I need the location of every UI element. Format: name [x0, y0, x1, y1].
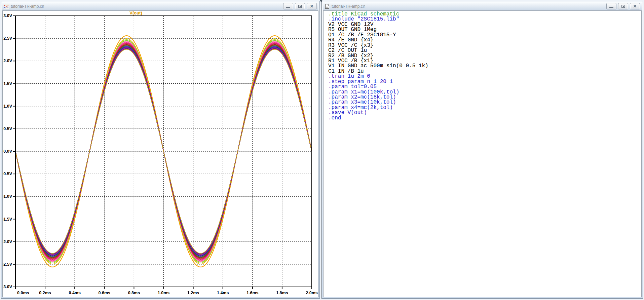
svg-text:-1.5V: -1.5V	[3, 217, 12, 222]
svg-text:2.0V: 2.0V	[3, 59, 12, 63]
svg-text:0.5V: 0.5V	[3, 126, 12, 131]
svg-text:0.6ms: 0.6ms	[99, 291, 110, 295]
netlist-line: .end	[328, 116, 641, 121]
svg-text:1.8ms: 1.8ms	[276, 291, 288, 295]
netlist-line: R3 VCC /C {x3}	[328, 43, 641, 48]
minimize-button[interactable]	[606, 3, 616, 9]
netlist-line: C2 /C OUT 1u	[328, 48, 641, 53]
svg-text:0.8ms: 0.8ms	[128, 291, 140, 295]
svg-text:-1.0V: -1.0V	[3, 194, 12, 199]
netlist-line: R2 /B GND {x2}	[328, 53, 641, 59]
svg-text:1.6ms: 1.6ms	[247, 291, 258, 295]
netlist-line: C1 IN /B 1u	[328, 69, 641, 74]
close-button[interactable]: ✕	[307, 3, 317, 9]
netlist-line: V1 IN GND ac 500m sin(0 0.5 1k)	[328, 64, 641, 69]
svg-text:1.0V: 1.0V	[3, 104, 12, 109]
svg-text:0.2ms: 0.2ms	[39, 291, 51, 295]
netlist-window-controls: ✕	[606, 3, 640, 9]
close-icon: ✕	[310, 4, 314, 8]
svg-text:2.5V: 2.5V	[3, 36, 12, 41]
svg-text:1.5V: 1.5V	[3, 81, 12, 86]
svg-text:3.0V: 3.0V	[3, 13, 12, 18]
restore-icon	[298, 5, 302, 8]
netlist-line: .save V(out)	[328, 110, 641, 115]
waveform-window: tutorial-TR-amp.cir ✕ 3.0V2.5V2.0V1.5V1.…	[1, 1, 320, 299]
netlist-titlebar[interactable]: tutorial-TR-amp.cir ✕	[323, 2, 642, 10]
restore-button[interactable]	[618, 3, 628, 9]
netlist-line: .param x4=mc(2k,tol)	[328, 105, 641, 110]
netlist-line: .include "2SC1815.lib"	[328, 17, 641, 22]
minimize-button[interactable]	[283, 3, 293, 9]
waveform-icon	[4, 4, 9, 9]
svg-text:1.0ms: 1.0ms	[158, 291, 169, 295]
trace-label-vout[interactable]: V(out)	[129, 11, 142, 15]
restore-icon	[621, 5, 625, 8]
svg-text:-2.0V: -2.0V	[3, 239, 12, 244]
waveform-chart: 3.0V2.5V2.0V1.5V1.0V0.5V0.0V-0.5V-1.0V-1…	[3, 11, 318, 297]
waveform-titlebar[interactable]: tutorial-TR-amp.cir ✕	[2, 2, 318, 10]
svg-text:0.0ms: 0.0ms	[17, 291, 29, 295]
mdi-workspace: { "left_window": { "title": "tutorial-TR…	[0, 0, 644, 300]
svg-text:-3.0V: -3.0V	[3, 285, 12, 289]
netlist-window: tutorial-TR-amp.cir ✕ .title KiCad schem…	[321, 1, 643, 299]
netlist-window-title: tutorial-TR-amp.cir	[332, 4, 365, 9]
svg-text:2.0ms: 2.0ms	[306, 291, 317, 295]
waveform-window-title: tutorial-TR-amp.cir	[11, 4, 44, 9]
netlist-line: R4 /E GND {x4}	[328, 38, 641, 43]
minimize-icon	[286, 7, 290, 8]
close-button[interactable]: ✕	[630, 3, 640, 9]
restore-button[interactable]	[295, 3, 305, 9]
svg-text:-2.5V: -2.5V	[3, 262, 12, 267]
netlist-line: Q1 /C /B /E 2SC1815-Y	[328, 33, 641, 38]
waveform-plot-area[interactable]: 3.0V2.5V2.0V1.5V1.0V0.5V0.0V-0.5V-1.0V-1…	[2, 10, 318, 297]
netlist-editor[interactable]: .title KiCad schematic.include "2SC1815.…	[323, 10, 642, 297]
svg-text:0.4ms: 0.4ms	[69, 291, 80, 295]
document-icon	[325, 4, 330, 9]
netlist-text: .title KiCad schematic.include "2SC1815.…	[324, 11, 641, 121]
waveform-window-controls: ✕	[283, 3, 317, 9]
svg-text:1.2ms: 1.2ms	[187, 291, 199, 295]
minimize-icon	[609, 7, 613, 8]
svg-text:1.4ms: 1.4ms	[217, 291, 229, 295]
close-icon: ✕	[633, 4, 637, 8]
svg-text:0.0V: 0.0V	[3, 149, 12, 154]
svg-text:-0.5V: -0.5V	[3, 172, 12, 176]
